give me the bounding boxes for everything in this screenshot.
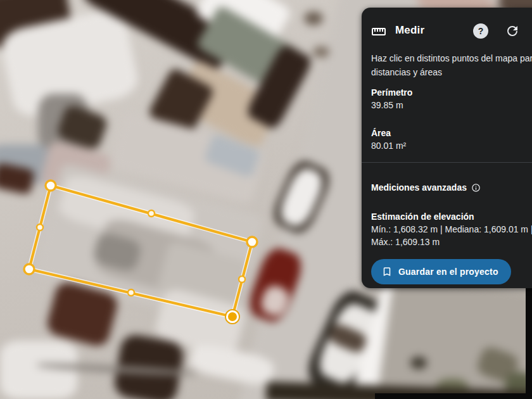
- ruler-icon: [371, 24, 386, 39]
- app-window: Medir ? Haz clic en distintos puntos del…: [0, 0, 532, 399]
- info-icon[interactable]: [471, 183, 481, 193]
- save-to-project-button[interactable]: Guardar en el proyecto: [371, 259, 511, 284]
- perimeter-label: Perímetro: [371, 86, 412, 99]
- measure-panel: Medir ? Haz clic en distintos puntos del…: [362, 8, 532, 288]
- polygon-outline-halo: [29, 186, 252, 317]
- panel-divider: [362, 162, 532, 163]
- elevation-estimate: Estimación de elevación Mín.: 1,608.32 m…: [371, 210, 532, 248]
- area-value: 80.01 m²: [371, 139, 406, 152]
- help-icon[interactable]: ?: [473, 23, 488, 39]
- elevation-line2: Máx.: 1,609.13 m: [371, 236, 532, 248]
- polygon-midpoint-handle[interactable]: [128, 289, 134, 296]
- advanced-measurements: Mediciones avanzadas: [371, 181, 481, 194]
- perimeter-metric: Perímetro 39.85 m: [371, 86, 412, 111]
- polygon-vertex[interactable]: [247, 237, 257, 247]
- polygon-midpoint-handle[interactable]: [37, 224, 43, 231]
- instruction-line2: distancias y áreas: [371, 65, 532, 79]
- panel-title: Medir: [395, 24, 424, 37]
- perimeter-value: 39.85 m: [371, 99, 412, 111]
- instruction-line1: Haz clic en distintos puntos del mapa pa…: [371, 51, 532, 65]
- area-label: Área: [371, 127, 406, 139]
- polygon-vertex[interactable]: [24, 264, 34, 274]
- polygon-midpoint-handle[interactable]: [239, 276, 245, 282]
- screen-edge-bottom: [375, 393, 532, 399]
- elevation-line1: Mín.: 1,608.32 m | Mediana: 1,609.01 m |: [371, 223, 532, 236]
- save-button-label: Guardar en el proyecto: [398, 267, 498, 277]
- area-metric: Área 80.01 m²: [371, 127, 406, 152]
- instruction-text: Haz clic en distintos puntos del mapa pa…: [371, 51, 532, 79]
- bookmark-icon: [381, 266, 393, 277]
- polygon-midpoint-handle[interactable]: [148, 210, 155, 217]
- polygon-vertex[interactable]: [46, 180, 56, 191]
- elevation-title: Estimación de elevación: [371, 210, 532, 223]
- screen-edge-right: [526, 284, 532, 399]
- refresh-icon[interactable]: [505, 23, 520, 39]
- polygon-active-vertex[interactable]: [227, 312, 238, 322]
- advanced-label: Mediciones avanzadas: [371, 181, 467, 194]
